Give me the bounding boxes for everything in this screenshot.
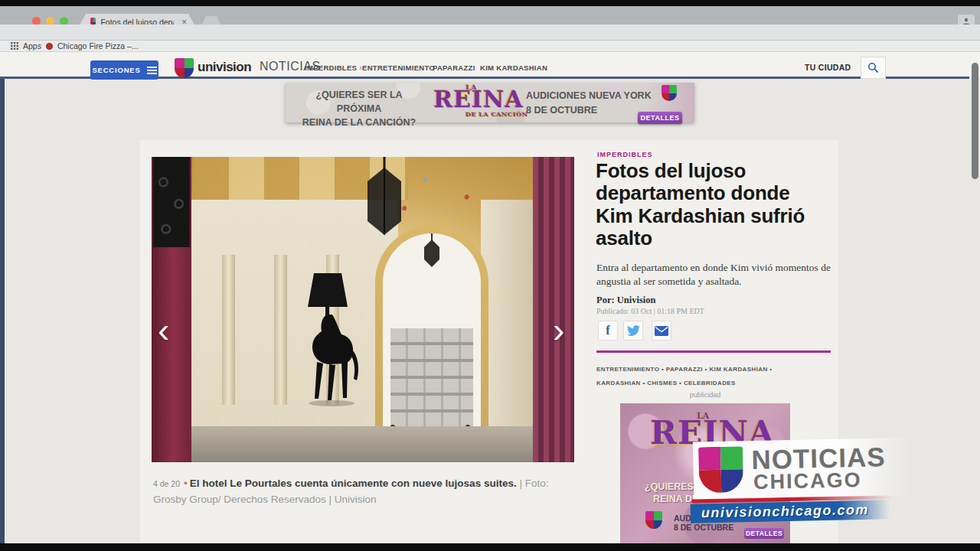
toolbar: ← → ⟳ ⓘ www.univision.com/entretenimient… bbox=[0, 24, 980, 41]
person-icon bbox=[962, 18, 970, 25]
banner-detalles-button[interactable]: DETALLES bbox=[638, 112, 682, 124]
twitter-share-button[interactable] bbox=[623, 321, 643, 341]
square-ad-univision-logo bbox=[645, 511, 662, 529]
bookmark-favicon bbox=[46, 43, 53, 50]
video-frame-left bbox=[0, 6, 5, 543]
bookmark-apps[interactable]: Apps bbox=[23, 41, 41, 51]
bug-subtitle: CHICAGO bbox=[753, 468, 862, 494]
bug-univision-logo bbox=[698, 446, 743, 493]
bookmarks-bar: Apps Chicago Fire Pizza –... bbox=[0, 41, 980, 52]
photo-hanging-lantern bbox=[366, 157, 403, 243]
bug-url-bar: univisionchicago.com bbox=[691, 500, 890, 523]
email-share-button[interactable] bbox=[652, 321, 671, 341]
facebook-icon: f bbox=[606, 324, 609, 337]
twitter-icon bbox=[627, 325, 640, 336]
bug-url-text: univisionchicago.com bbox=[691, 502, 869, 522]
article-kicker[interactable]: IMPERDIBLES bbox=[597, 151, 653, 158]
search-button[interactable] bbox=[861, 57, 886, 79]
secciones-label: SECCIONES bbox=[92, 66, 140, 74]
banner-right-text: AUDICIONES NUEVA YORK 8 DE OCTUBRE bbox=[526, 89, 652, 118]
photo-floor bbox=[190, 426, 536, 462]
gallery-next-button[interactable]: › bbox=[553, 312, 564, 347]
univision-logo-icon[interactable] bbox=[175, 58, 194, 78]
nav-imperdibles[interactable]: IMPERDIBLES › bbox=[305, 64, 362, 72]
photo-caption: 4 de 20•El hotel Le Pourtales cuenta úni… bbox=[153, 476, 570, 508]
banner-univision-logo bbox=[662, 85, 677, 101]
nav-kim-kardashian[interactable]: KIM KARDASHIAN bbox=[480, 64, 547, 72]
logo-univision[interactable]: univision bbox=[198, 60, 251, 75]
caption-text: El hotel Le Pourtales cuenta únicamente … bbox=[190, 478, 517, 489]
photo-small-lantern bbox=[424, 233, 439, 269]
photo-iron-grille bbox=[153, 157, 190, 247]
photo-pilaster bbox=[274, 255, 287, 405]
apps-grid-icon[interactable] bbox=[11, 42, 18, 50]
gallery-photo[interactable] bbox=[152, 157, 574, 462]
video-frame-bottom bbox=[0, 543, 980, 551]
article-byline: Por: Univision bbox=[596, 295, 655, 306]
caption-bullet: • bbox=[184, 478, 188, 489]
scrollbar-thumb[interactable] bbox=[972, 63, 978, 179]
video-frame-top bbox=[0, 0, 980, 6]
tab-strip: Fotos del lujoso departamento × bbox=[0, 6, 980, 24]
article-published: Publicado: 03 Oct | 01:18 PM EDT bbox=[596, 307, 704, 315]
screen: Fotos del lujoso departamento × ← → ⟳ ⓘ … bbox=[0, 0, 980, 551]
banner-left-text: ¿QUIERES SER LA PRÓXIMA REINA DE LA CANC… bbox=[293, 88, 425, 129]
nav-entretenimiento[interactable]: ENTRETENIMIENTO bbox=[362, 64, 435, 72]
bookmark-chicago-fire-pizza[interactable]: Chicago Fire Pizza –... bbox=[57, 41, 139, 51]
hamburger-icon bbox=[147, 67, 157, 74]
ad-label: publicidad bbox=[620, 391, 790, 399]
photo-horse-lamp bbox=[289, 272, 366, 425]
facebook-share-button[interactable]: f bbox=[598, 321, 618, 341]
nav-paparazzi[interactable]: PAPARAZZI bbox=[433, 64, 475, 72]
article-headline: Fotos del lujoso departamento donde Kim … bbox=[596, 160, 819, 250]
section-divider bbox=[596, 350, 831, 353]
tu-ciudad-link[interactable]: TU CIUDAD bbox=[805, 63, 851, 72]
gallery-prev-button[interactable]: ‹ bbox=[158, 312, 169, 347]
secciones-button[interactable]: SECCIONES bbox=[90, 60, 158, 80]
article-tags[interactable]: ENTRETENIMIENTO • PAPARAZZI • KIM KARDAS… bbox=[596, 363, 802, 390]
banner-logo-reina: REINA bbox=[433, 86, 524, 112]
search-icon bbox=[867, 62, 879, 73]
article-dek: Entra al departamento en donde Kim vivió… bbox=[596, 261, 834, 289]
photo-counter: 4 de 20 bbox=[153, 479, 180, 488]
noticias-chicago-bug: NOTICIAS CHICAGO univisionchicago.com bbox=[687, 434, 910, 529]
email-icon bbox=[655, 326, 668, 336]
banner-logo-sub: DE LA CANCIÓN bbox=[466, 110, 528, 118]
square-ad-detalles-button[interactable]: DETALLES bbox=[744, 528, 784, 539]
photo-pilaster bbox=[222, 255, 235, 405]
photo-right-wall bbox=[481, 200, 536, 429]
